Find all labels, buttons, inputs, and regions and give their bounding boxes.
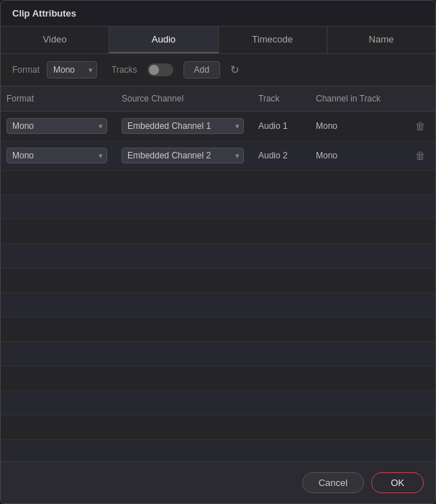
row2-delete-button[interactable]: 🗑 bbox=[412, 147, 428, 164]
dialog-footer: Cancel OK bbox=[1, 462, 435, 503]
header-format: Format bbox=[1, 91, 116, 107]
empty-stripe bbox=[1, 440, 435, 462]
empty-stripe bbox=[1, 195, 435, 220]
row1-delete-cell: 🗑 bbox=[407, 114, 435, 138]
tracks-label: Tracks bbox=[112, 65, 137, 75]
format-bar-select-wrapper: Mono Stereo 5.1 7.1 bbox=[47, 61, 97, 78]
format-bar: Format Mono Stereo 5.1 7.1 Tracks Add ↻ bbox=[1, 54, 435, 86]
empty-stripe bbox=[1, 391, 435, 415]
row1-track: Audio 1 bbox=[253, 118, 310, 134]
table-header: Format Source Channel Track Channel in T… bbox=[1, 86, 435, 112]
table-row: Mono Stereo 5.1 7.1 Embedded Channel 1 E… bbox=[1, 112, 435, 141]
audio-table: Format Source Channel Track Channel in T… bbox=[1, 86, 435, 462]
title-text: Clip Attributes bbox=[12, 8, 76, 19]
row2-delete-cell: 🗑 bbox=[407, 144, 435, 167]
row2-source-select-wrapper: Embedded Channel 1 Embedded Channel 2 Em… bbox=[122, 148, 244, 163]
row1-format-select[interactable]: Mono Stereo 5.1 7.1 bbox=[6, 118, 107, 134]
row2-format-select-wrapper: Mono Stereo 5.1 7.1 bbox=[6, 148, 107, 163]
row2-channel-in-track: Mono bbox=[310, 148, 407, 163]
row1-source-select-wrapper: Embedded Channel 1 Embedded Channel 2 Em… bbox=[122, 118, 244, 134]
format-bar-select[interactable]: Mono Stereo 5.1 7.1 bbox=[47, 61, 97, 78]
tab-video[interactable]: Video bbox=[1, 27, 109, 53]
empty-stripe bbox=[1, 342, 435, 366]
cancel-button[interactable]: Cancel bbox=[302, 472, 364, 493]
row1-source-select[interactable]: Embedded Channel 1 Embedded Channel 2 Em… bbox=[122, 118, 244, 134]
row2-format-select[interactable]: Mono Stereo 5.1 7.1 bbox=[6, 148, 107, 163]
empty-stripe bbox=[1, 293, 435, 318]
empty-stripe bbox=[1, 220, 435, 244]
empty-stripe bbox=[1, 171, 435, 195]
row1-channel-in-track: Mono bbox=[310, 118, 407, 134]
row2-track: Audio 2 bbox=[253, 148, 310, 163]
add-button[interactable]: Add bbox=[183, 61, 220, 78]
row2-source-cell: Embedded Channel 1 Embedded Channel 2 Em… bbox=[116, 145, 253, 166]
tracks-toggle[interactable] bbox=[147, 63, 173, 76]
row1-source-cell: Embedded Channel 1 Embedded Channel 2 Em… bbox=[116, 115, 253, 137]
row1-delete-button[interactable]: 🗑 bbox=[412, 117, 428, 135]
header-source-channel: Source Channel bbox=[116, 91, 253, 107]
tab-bar: Video Audio Timecode Name bbox=[1, 27, 435, 54]
header-delete bbox=[407, 91, 435, 107]
tab-audio[interactable]: Audio bbox=[109, 27, 218, 53]
tab-timecode[interactable]: Timecode bbox=[219, 27, 327, 53]
ok-button[interactable]: OK bbox=[371, 472, 424, 493]
header-track: Track bbox=[253, 91, 310, 107]
empty-stripe bbox=[1, 415, 435, 440]
empty-stripe bbox=[1, 318, 435, 342]
empty-stripe bbox=[1, 366, 435, 391]
table-row: Mono Stereo 5.1 7.1 Embedded Channel 1 E… bbox=[1, 141, 435, 171]
row2-source-select[interactable]: Embedded Channel 1 Embedded Channel 2 Em… bbox=[122, 148, 244, 163]
dialog-title: Clip Attributes bbox=[1, 1, 435, 27]
row1-format-select-wrapper: Mono Stereo 5.1 7.1 bbox=[6, 118, 107, 134]
tab-name[interactable]: Name bbox=[327, 27, 435, 53]
format-bar-label: Format bbox=[12, 65, 40, 75]
clip-attributes-dialog: Clip Attributes Video Audio Timecode Nam… bbox=[0, 0, 436, 504]
header-channel-in-track: Channel in Track bbox=[310, 91, 407, 107]
reset-button[interactable]: ↻ bbox=[227, 62, 242, 78]
empty-stripe bbox=[1, 269, 435, 293]
empty-stripe bbox=[1, 244, 435, 269]
row2-format-cell: Mono Stereo 5.1 7.1 bbox=[1, 145, 116, 166]
row1-format-cell: Mono Stereo 5.1 7.1 bbox=[1, 115, 116, 137]
